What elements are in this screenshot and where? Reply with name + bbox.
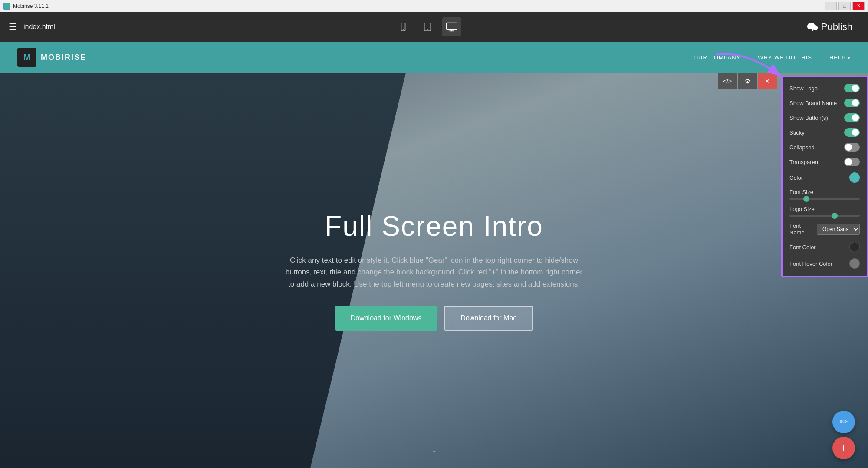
hero-subtitle[interactable]: Click any text to edit or style it. Clic… <box>282 254 586 290</box>
show-logo-row: Show Logo <box>789 84 860 92</box>
hamburger-icon[interactable]: ☰ <box>9 22 16 32</box>
color-swatch[interactable] <box>849 172 860 183</box>
tablet-view-button[interactable] <box>418 17 437 36</box>
hero-content: Full Screen Intro Click any text to edit… <box>282 210 586 331</box>
close-button[interactable]: ✕ <box>852 2 865 10</box>
font-hover-color-row: Font Hover Color <box>789 258 860 269</box>
svg-rect-5 <box>447 23 457 30</box>
font-name-label: Font Name <box>789 223 817 236</box>
app-toolbar: ☰ index.html Publish <box>0 12 868 42</box>
toolbar-left: ☰ index.html <box>9 22 55 32</box>
show-logo-label: Show Logo <box>789 85 818 92</box>
add-icon: + <box>840 441 847 455</box>
show-brand-name-row: Show Brand Name <box>789 99 860 107</box>
sticky-toggle[interactable] <box>844 128 860 137</box>
font-color-swatch[interactable] <box>849 242 860 252</box>
title-bar-left: Mobirise 3.11.1 <box>3 3 49 10</box>
maximize-button[interactable]: □ <box>838 2 851 10</box>
svg-point-4 <box>427 29 428 30</box>
nav-link-help[interactable]: HELP <box>829 54 851 61</box>
font-size-thumb[interactable] <box>803 196 809 202</box>
transparent-label: Transparent <box>789 159 820 165</box>
nav-link-why[interactable]: WHY WE DO THIS <box>758 54 812 61</box>
nav-link-company[interactable]: OUR COMPANY <box>694 54 740 61</box>
toolbar-right: Publish <box>800 18 859 36</box>
website-preview: M MOBIRISE OUR COMPANY WHY WE DO THIS HE… <box>0 42 868 468</box>
site-navbar: M MOBIRISE OUR COMPANY WHY WE DO THIS HE… <box>0 42 868 73</box>
sticky-label: Sticky <box>789 129 805 136</box>
site-logo: M <box>17 48 36 67</box>
font-color-row: Font Color <box>789 242 860 252</box>
scroll-down-indicator: ↓ <box>431 443 437 455</box>
show-buttons-row: Show Button(s) <box>789 113 860 122</box>
settings-button[interactable]: ⚙ <box>738 73 757 89</box>
site-logo-text: M <box>23 53 31 63</box>
show-brand-name-toggle[interactable] <box>844 99 860 107</box>
sticky-row: Sticky <box>789 128 860 137</box>
site-logo-area: M MOBIRISE <box>17 48 86 67</box>
collapsed-toggle[interactable] <box>844 143 860 152</box>
app-icon <box>3 3 10 10</box>
settings-panel: Show Logo Show Brand Name Show Button(s)… <box>781 76 868 277</box>
font-hover-color-swatch[interactable] <box>849 258 860 269</box>
hero-buttons: Download for Windows Download for Mac <box>335 306 533 331</box>
publish-button[interactable]: Publish <box>800 18 859 36</box>
hero-title[interactable]: Full Screen Intro <box>325 210 543 242</box>
mobile-view-button[interactable] <box>394 17 413 36</box>
font-size-label: Font Size <box>789 189 860 195</box>
minimize-button[interactable]: — <box>825 2 837 10</box>
font-name-row: Font Name Open Sans Roboto Lato Montserr… <box>789 223 860 236</box>
title-bar-controls[interactable]: — □ ✕ <box>825 2 865 10</box>
font-hover-color-label: Font Hover Color <box>789 260 832 267</box>
file-name: index.html <box>23 23 55 31</box>
collapsed-row: Collapsed <box>789 143 860 152</box>
download-mac-button[interactable]: Download for Mac <box>444 306 533 331</box>
font-size-slider[interactable] <box>789 198 860 200</box>
edit-icon: ✏ <box>840 416 848 428</box>
show-logo-toggle[interactable] <box>844 84 860 92</box>
color-row: Color <box>789 172 860 183</box>
font-name-select[interactable]: Open Sans Roboto Lato Montserrat <box>817 224 860 235</box>
logo-size-row: Logo Size <box>789 206 860 217</box>
title-bar: Mobirise 3.11.1 — □ ✕ <box>0 0 868 12</box>
transparent-toggle[interactable] <box>844 158 860 166</box>
download-windows-button[interactable]: Download for Windows <box>335 306 437 331</box>
show-brand-name-label: Show Brand Name <box>789 100 837 106</box>
svg-rect-0 <box>4 3 10 9</box>
publish-label: Publish <box>821 21 852 33</box>
svg-point-2 <box>403 29 404 30</box>
delete-block-button[interactable]: ✕ <box>758 73 777 89</box>
hero-section: Full Screen Intro Click any text to edit… <box>0 73 868 468</box>
transparent-row: Transparent <box>789 158 860 166</box>
logo-size-slider[interactable] <box>789 215 860 217</box>
logo-size-label: Logo Size <box>789 206 860 212</box>
main-content: M MOBIRISE OUR COMPANY WHY WE DO THIS HE… <box>0 42 868 468</box>
site-nav-links: OUR COMPANY WHY WE DO THIS HELP <box>694 54 851 61</box>
font-color-label: Font Color <box>789 244 816 250</box>
edit-fab-button[interactable]: ✏ <box>832 411 855 433</box>
site-brand-name: MOBIRISE <box>41 53 86 62</box>
color-label: Color <box>789 175 803 181</box>
add-block-fab-button[interactable]: + <box>832 437 855 459</box>
font-size-row: Font Size <box>789 189 860 200</box>
device-switcher <box>394 17 461 36</box>
show-buttons-label: Show Button(s) <box>789 115 828 121</box>
logo-size-thumb[interactable] <box>832 213 838 219</box>
block-toolbar: </> ⚙ ✕ <box>718 73 777 89</box>
show-buttons-toggle[interactable] <box>844 113 860 122</box>
publish-icon <box>807 22 818 32</box>
collapsed-label: Collapsed <box>789 144 815 151</box>
code-editor-button[interactable]: </> <box>718 73 737 89</box>
app-title: Mobirise 3.11.1 <box>13 3 49 9</box>
desktop-view-button[interactable] <box>442 17 461 36</box>
